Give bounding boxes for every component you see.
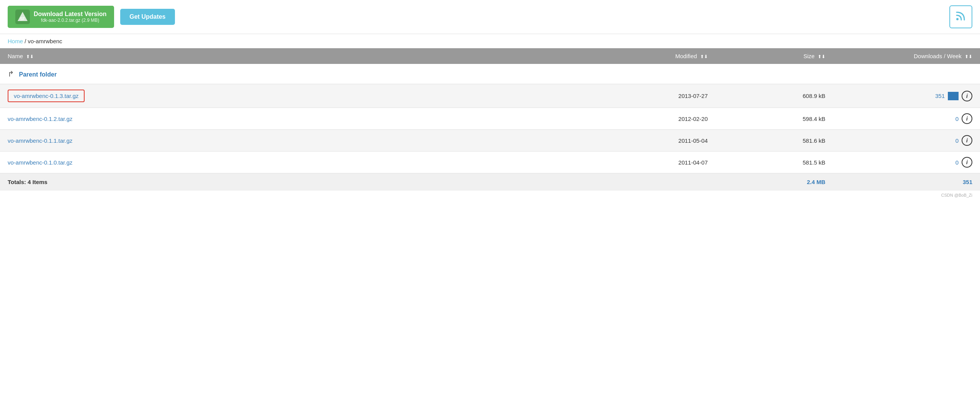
file-downloads: 0i [833, 152, 980, 173]
totals-downloads: 351 [833, 173, 980, 191]
parent-folder-link[interactable]: Parent folder [19, 71, 57, 78]
download-btn-subtitle: fdk-aac-2.0.2.tar.gz (2.9 MB) [34, 18, 106, 23]
svg-point-2 [956, 18, 959, 20]
size-sort-icon[interactable]: ⬆⬇ [818, 54, 825, 59]
breadcrumb: Home / vo-amrwbenc [0, 34, 980, 48]
totals-size: 2.4 MB [715, 173, 833, 191]
file-modified: 2011-04-07 [539, 152, 715, 173]
table-row: vo-amrwbenc-0.1.3.tar.gz2013-07-27608.9 … [0, 84, 980, 108]
top-bar: SF Download Latest Version fdk-aac-2.0.2… [0, 0, 980, 34]
downloads-bar-icon [948, 92, 959, 100]
footer-credit: CSDN @BoB_Zi [0, 191, 980, 200]
name-sort-icon[interactable]: ⬆⬇ [26, 54, 34, 59]
rss-button[interactable] [949, 5, 972, 28]
get-updates-button[interactable]: Get Updates [120, 9, 175, 25]
table-row: vo-amrwbenc-0.1.1.tar.gz2011-05-04581.6 … [0, 130, 980, 152]
column-header-size[interactable]: Size ⬆⬇ [715, 48, 833, 64]
file-link[interactable]: vo-amrwbenc-0.1.2.tar.gz [8, 116, 72, 122]
table-row: vo-amrwbenc-0.1.2.tar.gz2012-02-20598.4 … [0, 108, 980, 130]
file-downloads: 351i [833, 84, 980, 108]
info-icon[interactable]: i [962, 135, 972, 146]
downloads-sort-icon[interactable]: ⬆⬇ [965, 54, 972, 59]
column-header-name[interactable]: Name ⬆⬇ [0, 48, 539, 64]
file-link[interactable]: vo-amrwbenc-0.1.1.tar.gz [8, 137, 72, 144]
breadcrumb-current: vo-amrwbenc [28, 38, 62, 44]
file-link[interactable]: vo-amrwbenc-0.1.0.tar.gz [8, 159, 72, 166]
info-icon[interactable]: i [962, 157, 972, 168]
parent-folder-row: ↱ Parent folder [0, 64, 980, 84]
parent-folder-arrow-icon: ↱ [8, 70, 14, 78]
file-downloads: 0i [833, 130, 980, 152]
download-btn-title: Download Latest Version [34, 11, 106, 18]
totals-label: Totals: 4 Items [0, 173, 539, 191]
svg-text:SF: SF [20, 17, 25, 21]
file-modified: 2011-05-04 [539, 130, 715, 152]
table-row: vo-amrwbenc-0.1.0.tar.gz2011-04-07581.5 … [0, 152, 980, 173]
file-size: 581.6 kB [715, 130, 833, 152]
file-modified: 2012-02-20 [539, 108, 715, 130]
file-downloads: 0i [833, 108, 980, 130]
breadcrumb-separator: / [24, 38, 28, 44]
modified-sort-icon[interactable]: ⬆⬇ [700, 54, 708, 59]
info-icon[interactable]: i [962, 91, 972, 101]
sf-logo-icon: SF [15, 10, 30, 24]
file-modified: 2013-07-27 [539, 84, 715, 108]
file-size: 608.9 kB [715, 84, 833, 108]
breadcrumb-home-link[interactable]: Home [8, 38, 23, 44]
file-table: Name ⬆⬇ Modified ⬆⬇ Size ⬆⬇ Downloads / … [0, 48, 980, 191]
info-icon[interactable]: i [962, 113, 972, 124]
file-link[interactable]: vo-amrwbenc-0.1.3.tar.gz [14, 93, 78, 99]
file-size: 598.4 kB [715, 108, 833, 130]
column-header-downloads[interactable]: Downloads / Week ⬆⬇ [833, 48, 980, 64]
totals-row: Totals: 4 Items 2.4 MB 351 [0, 173, 980, 191]
rss-icon [955, 10, 967, 24]
file-size: 581.5 kB [715, 152, 833, 173]
column-header-modified[interactable]: Modified ⬆⬇ [539, 48, 715, 64]
table-header-row: Name ⬆⬇ Modified ⬆⬇ Size ⬆⬇ Downloads / … [0, 48, 980, 64]
download-latest-button[interactable]: SF Download Latest Version fdk-aac-2.0.2… [8, 6, 114, 28]
